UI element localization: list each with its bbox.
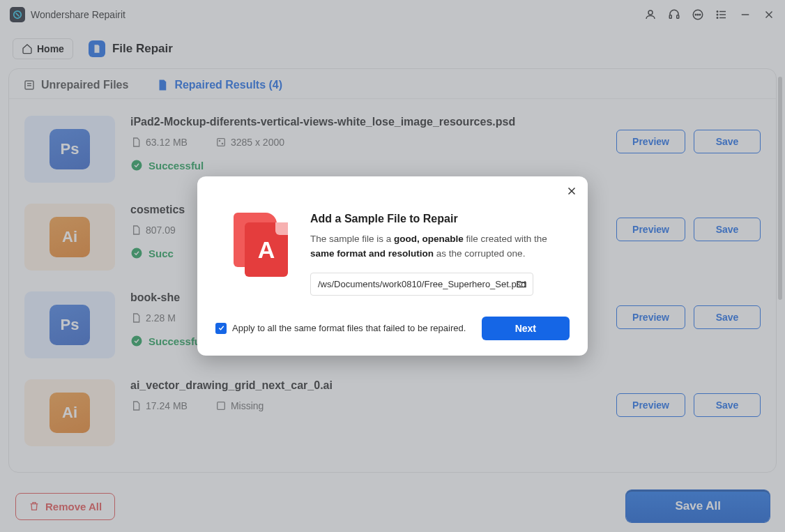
apply-all-checkbox[interactable] — [215, 323, 227, 334]
modal-close-icon[interactable] — [565, 185, 578, 200]
modal-description: The sample file is a good, openable file… — [310, 232, 568, 261]
next-button[interactable]: Next — [482, 317, 570, 340]
sample-path-value: /ws/Documents/work0810/Free_Superhero_Se… — [318, 279, 526, 289]
apply-all-row: Apply to all the same format files that … — [215, 323, 466, 334]
modal-overlay: A Add a Sample File to Repair The sample… — [0, 0, 785, 532]
sample-path-input[interactable]: /ws/Documents/work0810/Free_Superhero_Se… — [310, 273, 533, 296]
browse-folder-icon[interactable] — [516, 278, 527, 291]
add-sample-modal: A Add a Sample File to Repair The sample… — [197, 176, 588, 356]
apply-all-label: Apply to all the same format files that … — [232, 323, 466, 333]
adobe-docs-icon: A — [234, 213, 292, 275]
modal-title: Add a Sample File to Repair — [310, 213, 568, 225]
